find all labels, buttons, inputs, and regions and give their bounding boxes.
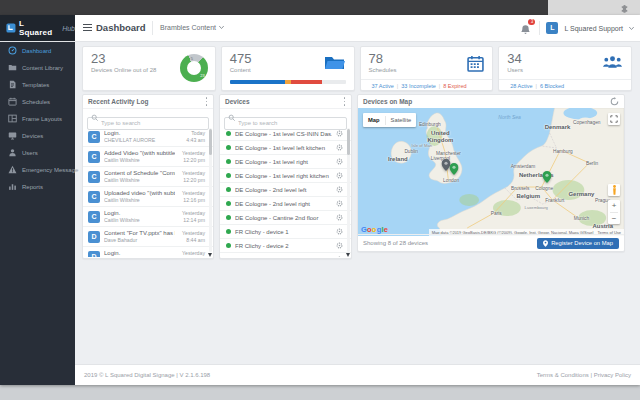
hamburger-menu-icon[interactable] bbox=[83, 24, 92, 32]
device-row[interactable]: DE Cologne - Cantine 2nd floor bbox=[220, 211, 351, 225]
google-logo: Google bbox=[361, 225, 388, 234]
bar-segment bbox=[291, 80, 322, 84]
stat-card-content[interactable]: 475 Content bbox=[221, 46, 355, 91]
puzzle-extension-icon[interactable] bbox=[619, 2, 630, 13]
activity-title: Added Video "(with subtitled) M... bbox=[104, 150, 175, 156]
content-group-selector[interactable]: Brambles Content bbox=[160, 24, 224, 31]
device-name: DE Cologne - 2nd level right bbox=[235, 201, 332, 207]
sidebar-item-dashboard[interactable]: Dashboard bbox=[0, 42, 75, 59]
gear-icon[interactable] bbox=[336, 144, 343, 151]
device-name: Tim Coalen - Test Device bbox=[235, 257, 332, 258]
sidebar-item-frame-layouts[interactable]: Frame Layouts bbox=[0, 110, 75, 127]
stat-card-devices-online[interactable]: 23 Devices Online out of 28 5 23 bbox=[82, 46, 216, 91]
scroll-arrow-icon[interactable] bbox=[208, 253, 212, 257]
device-name: FR Clichy - device 2 bbox=[235, 243, 332, 249]
map-button[interactable]: Map bbox=[363, 117, 385, 123]
l-squared-logo-icon bbox=[6, 23, 16, 33]
sidebar-item-templates[interactable]: Templates bbox=[0, 76, 75, 93]
device-row[interactable]: DE Cologne - 2nd level right bbox=[220, 197, 351, 211]
search-icon bbox=[91, 114, 99, 122]
activity-avatar: D bbox=[88, 231, 100, 243]
activity-row[interactable]: C Uploaded video "(with subtitles)... Ca… bbox=[83, 187, 213, 207]
notifications-button[interactable]: 3 bbox=[520, 22, 533, 35]
satellite-button[interactable]: Satellite bbox=[386, 117, 417, 123]
device-row[interactable]: DE Cologne - 1st level right kitchen bbox=[220, 169, 351, 183]
fullscreen-button[interactable] bbox=[608, 113, 620, 125]
activity-user: CHEVILLAT AURORE bbox=[104, 137, 175, 143]
activity-row[interactable]: D Content "For TV.pptx" has been ... Dav… bbox=[83, 227, 213, 247]
stat-card-schedules[interactable]: 78 Schedules 37 Active|33 Incomplete|8 E… bbox=[360, 46, 494, 91]
app-window: L Squared Hub Dashboard Brambles Content… bbox=[0, 15, 640, 385]
device-map-pin[interactable] bbox=[542, 169, 551, 181]
user-name[interactable]: L Squared Support bbox=[564, 25, 623, 32]
gear-icon[interactable] bbox=[336, 172, 343, 179]
notification-badge: 3 bbox=[528, 19, 535, 25]
activity-avatar: C bbox=[88, 171, 100, 183]
device-name: DE Cologne - Cantine 2nd floor bbox=[235, 215, 332, 221]
kebab-menu-icon[interactable] bbox=[343, 97, 346, 106]
activity-row[interactable]: C Login. Caitlin Wiltshire Yesterday 12:… bbox=[83, 207, 213, 227]
device-status-dot bbox=[226, 159, 231, 164]
gear-icon[interactable] bbox=[336, 242, 343, 249]
sidebar-item-emergency-message[interactable]: Emergency Message bbox=[0, 161, 75, 178]
device-row[interactable]: DE Cologne - 1st level CS-ININ Das... bbox=[220, 127, 351, 141]
screen: L Squared Hub Dashboard Brambles Content… bbox=[0, 0, 640, 400]
activity-title: Content "For TV.pptx" has been ... bbox=[104, 230, 175, 236]
device-row[interactable]: DE Cologne - 1st level left kitchen bbox=[220, 141, 351, 155]
browser-bar-extension-area bbox=[548, 0, 640, 15]
sidebar-item-schedules[interactable]: Schedules bbox=[0, 93, 75, 110]
bell-icon bbox=[520, 24, 531, 36]
device-row[interactable]: FR Clichy - device 1 bbox=[220, 225, 351, 239]
activity-title: Login. bbox=[104, 130, 175, 136]
kebab-menu-icon[interactable] bbox=[205, 97, 208, 106]
activity-row[interactable]: D Login. Dave Bahadur Yesterday 8:42 am bbox=[83, 247, 213, 257]
device-row[interactable]: DE Cologne - 1st level right bbox=[220, 155, 351, 169]
gear-icon[interactable] bbox=[336, 158, 343, 165]
gear-icon[interactable] bbox=[336, 256, 343, 257]
device-status-dot bbox=[226, 201, 231, 206]
user-avatar[interactable]: L bbox=[546, 22, 558, 34]
terms-privacy-links[interactable]: Terms & Conditions | Privacy Policy bbox=[537, 372, 631, 378]
device-row[interactable]: FR Clichy - device 2 bbox=[220, 239, 351, 253]
fullscreen-icon bbox=[610, 115, 618, 123]
logo[interactable]: L Squared Hub bbox=[0, 15, 75, 41]
activity-time: 12:14 pm bbox=[179, 217, 205, 223]
device-name: DE Cologne - 1st level right kitchen bbox=[235, 173, 332, 179]
pegman-street-view[interactable] bbox=[608, 184, 620, 196]
device-row[interactable]: DE Cologne - 2nd level left bbox=[220, 183, 351, 197]
gear-icon[interactable] bbox=[336, 200, 343, 207]
map-panel-title: Devices on Map bbox=[363, 98, 412, 105]
gear-icon[interactable] bbox=[336, 130, 343, 137]
sidebar-item-devices[interactable]: Devices bbox=[0, 127, 75, 144]
activity-day: Yesterday bbox=[179, 250, 205, 256]
content-distribution-bar bbox=[230, 80, 346, 84]
sidebar-item-content-library[interactable]: Content Library bbox=[0, 59, 75, 76]
activity-row[interactable]: C Login. CHEVILLAT AURORE Today 4:43 am bbox=[83, 127, 213, 147]
gear-icon[interactable] bbox=[336, 228, 343, 235]
activity-row[interactable]: C Added Video "(with subtitled) M... Cai… bbox=[83, 147, 213, 167]
activity-title: Content of Schedule "Communic... bbox=[104, 170, 175, 176]
activity-row[interactable]: C Content of Schedule "Communic... Caitl… bbox=[83, 167, 213, 187]
scroll-arrow-icon[interactable] bbox=[346, 253, 350, 257]
device-row[interactable]: Tim Coalen - Test Device bbox=[220, 253, 351, 257]
browser-bar bbox=[0, 0, 640, 15]
sidebar-item-users[interactable]: Users bbox=[0, 144, 75, 161]
users-value: 34 bbox=[507, 51, 521, 66]
activity-panel-title: Recent Activity Log bbox=[88, 98, 148, 105]
devices-scrollbar[interactable] bbox=[347, 128, 351, 252]
gear-icon[interactable] bbox=[336, 186, 343, 193]
gear-icon[interactable] bbox=[336, 214, 343, 221]
dashboard-gauge-icon bbox=[8, 46, 17, 55]
zoom-out-button[interactable]: − bbox=[608, 213, 620, 225]
register-device-on-map-button[interactable]: Register Device on Map bbox=[537, 238, 619, 249]
activity-scrollbar[interactable] bbox=[209, 128, 213, 252]
refresh-icon[interactable] bbox=[610, 97, 619, 106]
content-label: Content bbox=[230, 67, 251, 73]
google-map[interactable]: North SeaEdinburghUnited KingdomDenmarkC… bbox=[358, 108, 624, 236]
sidebar-item-reports[interactable]: Reports bbox=[0, 178, 75, 195]
user-icon bbox=[8, 148, 17, 157]
device-map-pin[interactable] bbox=[449, 161, 458, 173]
stat-card-users[interactable]: 34 Users 28 Active|6 Blocked bbox=[498, 46, 632, 91]
devices-online-label: Devices Online out of 28 bbox=[91, 67, 156, 73]
zoom-in-button[interactable]: + bbox=[608, 200, 620, 212]
